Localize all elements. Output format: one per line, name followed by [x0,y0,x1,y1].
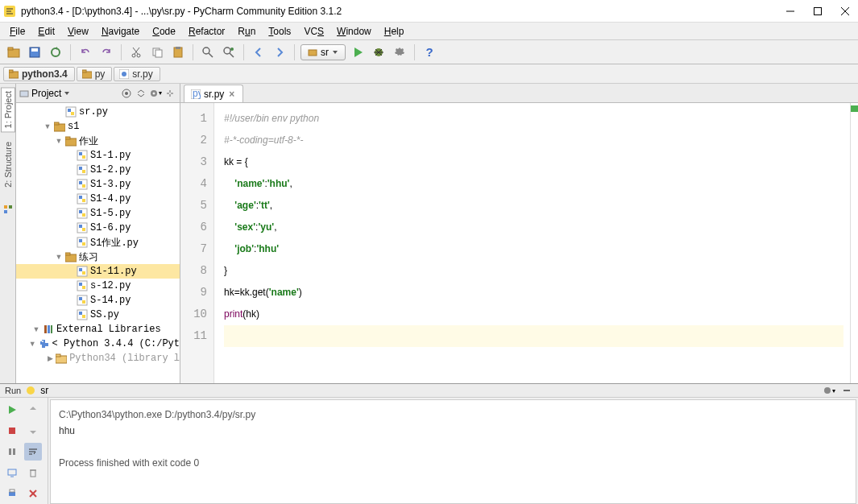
tree-item-0[interactable]: sr.py [16,105,180,119]
close-button[interactable] [840,6,850,16]
editor-code[interactable]: #!/user/bin env python#-*-coding=utf-8-*… [214,103,850,383]
help-button[interactable]: ? [421,43,438,61]
tree-item-16[interactable]: ▼< Python 3.4.4 (C:/Pyt [16,337,180,351]
console-output[interactable]: C:\Python34\python.exe D:/python3.4/py/s… [50,399,856,504]
code-line-1[interactable]: #!/user/bin env python [224,108,843,130]
line-number[interactable]: 8 [180,260,207,282]
code-line-8[interactable]: } [224,260,843,282]
forward-button[interactable] [271,43,288,61]
run-button[interactable] [349,43,367,61]
line-number[interactable]: 6 [180,217,207,238]
rerun-button[interactable] [3,401,21,419]
tree-item-4[interactable]: S1-2.py [16,163,180,177]
search-everywhere-button[interactable] [835,43,853,61]
tree-item-3[interactable]: S1-1.py [16,148,180,163]
copy-button[interactable] [148,43,166,61]
tree-arrow-icon[interactable]: ▼ [55,253,63,261]
tab-close-icon[interactable]: × [227,89,236,100]
menu-navigate[interactable]: Navigate [95,24,146,39]
panel-hide-icon[interactable] [164,87,176,100]
code-line-7[interactable]: 'job':'hhu' [224,238,843,260]
line-number[interactable]: 7 [180,238,207,260]
stop-button[interactable] [3,422,21,440]
menu-view[interactable]: View [61,24,95,39]
breadcrumb-1[interactable]: py [77,67,113,81]
line-number[interactable]: 2 [180,130,207,151]
menu-window[interactable]: Window [330,24,378,39]
print-icon[interactable] [3,485,21,502]
line-number[interactable]: 1 [180,108,207,130]
code-line-9[interactable]: hk=kk.get('name') [224,282,843,304]
wrap-text-icon[interactable] [24,443,42,461]
menu-vcs[interactable]: VCS [297,24,330,39]
menu-help[interactable]: Help [378,24,411,39]
code-line-3[interactable]: kk = { [224,151,843,173]
undo-button[interactable] [77,43,94,61]
menu-edit[interactable]: Edit [31,24,61,39]
panel-target-icon[interactable] [120,87,133,100]
code-line-2[interactable]: #-*-coding=utf-8-*- [224,130,843,151]
menu-refactor[interactable]: Refactor [182,24,231,39]
breadcrumb-2[interactable]: sr.py [114,67,160,81]
line-number[interactable]: 5 [180,195,207,217]
menu-tools[interactable]: Tools [262,24,297,39]
run-hide-icon[interactable] [840,384,853,397]
code-line-6[interactable]: 'sex':'yu', [224,217,843,238]
line-number[interactable]: 4 [180,173,207,195]
project-tool-tab[interactable]: 1: Project [1,87,15,132]
tree-item-1[interactable]: ▼s1 [16,119,180,134]
tree-arrow-icon[interactable]: ▼ [44,122,52,130]
minimize-button[interactable] [785,6,795,16]
menu-code[interactable]: Code [146,24,182,39]
tree-item-10[interactable]: ▼练习 [16,250,180,264]
breadcrumb-0[interactable]: python3.4 [3,67,75,81]
monitor-icon[interactable] [3,464,21,481]
find-button[interactable] [199,43,217,61]
editor-gutter[interactable]: 1234567891011 [180,103,214,383]
line-number[interactable]: 10 [180,304,207,325]
sync-button[interactable] [47,43,64,61]
editor-tab-sr[interactable]: py sr.py × [184,85,243,102]
tree-item-8[interactable]: S1-6.py [16,221,180,235]
open-button[interactable] [5,43,23,61]
close-run-icon[interactable] [24,485,42,502]
tree-item-14[interactable]: SS.py [16,308,180,322]
tree-arrow-icon[interactable]: ▼ [29,340,36,348]
menu-run[interactable]: Run [231,24,262,39]
code-line-11[interactable] [224,325,843,347]
code-line-4[interactable]: 'name':'hhu', [224,173,843,195]
replace-button[interactable] [220,43,238,61]
stack-up-icon[interactable] [24,401,42,419]
tree-item-6[interactable]: S1-4.py [16,192,180,206]
tree-arrow-icon[interactable]: ▼ [55,137,63,145]
tree-arrow-icon[interactable]: ▼ [32,325,40,333]
run-gear-icon[interactable]: ▾ [823,384,835,397]
structure-icon[interactable] [2,204,14,215]
pause-button[interactable] [3,443,21,461]
project-tree[interactable]: sr.py▼s1▼作业S1-1.pyS1-2.pyS1-3.pyS1-4.pyS… [16,103,180,383]
maximize-button[interactable] [813,6,823,16]
code-line-5[interactable]: 'age':'tt', [224,195,843,217]
tree-item-11[interactable]: S1-11.py [16,264,180,279]
tree-item-17[interactable]: ▶Python34 (library l [16,351,180,366]
code-line-10[interactable]: print(hk) [224,304,843,325]
line-number[interactable]: 9 [180,282,207,304]
menu-file[interactable]: File [3,24,31,39]
tree-item-9[interactable]: S1作业.py [16,235,180,250]
cut-button[interactable] [127,43,145,61]
structure-tool-tab[interactable]: 2: Structure [2,138,15,191]
gc-icon[interactable] [24,464,42,481]
redo-button[interactable] [97,43,115,61]
tree-arrow-icon[interactable]: ▶ [47,354,53,362]
panel-gear-icon[interactable]: ▾ [149,87,162,100]
back-button[interactable] [250,43,267,61]
tree-item-12[interactable]: s-12.py [16,279,180,293]
line-number[interactable]: 3 [180,151,207,173]
debug-button[interactable] [370,43,388,61]
paste-button[interactable] [169,43,187,61]
tree-item-13[interactable]: S-14.py [16,293,180,308]
tree-item-5[interactable]: S1-3.py [16,177,180,192]
save-button[interactable] [26,43,44,61]
run-config-selector[interactable]: sr [301,44,346,60]
tree-item-15[interactable]: ▼External Libraries [16,322,180,337]
